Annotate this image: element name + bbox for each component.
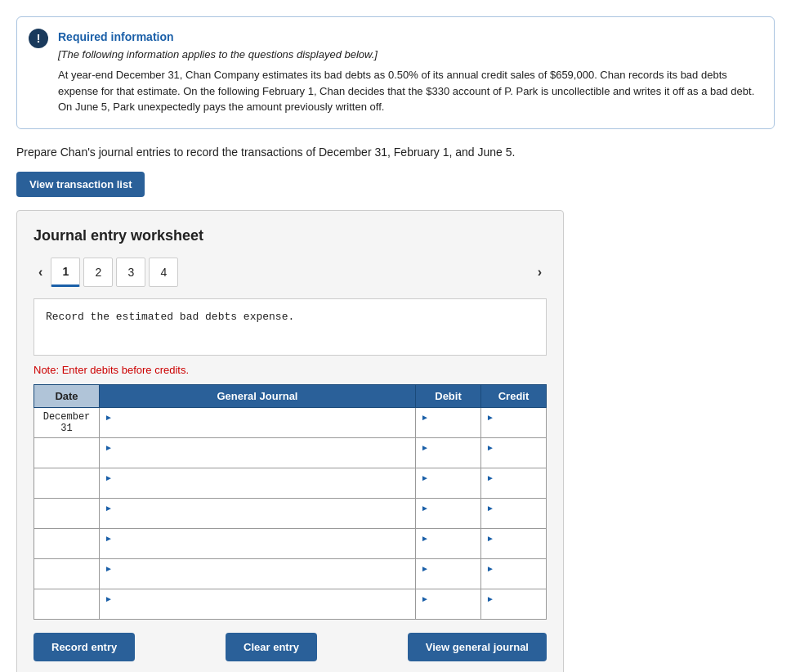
arrow-debit-3: ► [421, 504, 429, 513]
date-cell-1 [34, 437, 100, 468]
arrow-credit-4: ► [486, 534, 494, 543]
header-debit: Debit [416, 384, 481, 407]
arrow-gj-1: ► [105, 443, 113, 452]
date-cell-3 [34, 498, 100, 528]
gj-input-5[interactable] [105, 574, 410, 585]
arrow-debit-4: ► [421, 534, 429, 543]
tab-3[interactable]: 3 [116, 258, 145, 287]
table-row: ► ► ► [34, 468, 547, 498]
arrow-credit-1: ► [486, 443, 494, 452]
record-entry-button[interactable]: Record entry [34, 633, 135, 661]
table-row: ► ► ► [34, 558, 547, 589]
journal-table: Date General Journal Debit Credit Decemb… [34, 384, 547, 620]
alert-subtitle: [The following information applies to th… [58, 48, 761, 60]
gj-cell-3: ► [100, 498, 416, 528]
arrow-gj-3: ► [105, 504, 113, 513]
debit-cell-0: ► [416, 407, 481, 437]
credit-input-4[interactable] [486, 544, 541, 555]
buttons-row: Record entry Clear entry View general jo… [34, 633, 547, 661]
arrow-gj-4: ► [105, 534, 113, 543]
tab-prev-button[interactable]: ‹ [34, 262, 47, 283]
tab-4[interactable]: 4 [149, 258, 178, 287]
arrow-credit-5: ► [486, 564, 494, 573]
gj-cell-4: ► [100, 528, 416, 558]
gj-cell-5: ► [100, 558, 416, 589]
gj-cell-1: ► [100, 437, 416, 468]
debit-cell-1: ► [416, 437, 481, 468]
debit-cell-2: ► [416, 468, 481, 498]
debit-input-1[interactable] [421, 453, 476, 464]
credit-input-2[interactable] [486, 483, 541, 495]
credit-cell-4: ► [481, 528, 547, 558]
credit-cell-2: ► [481, 468, 547, 498]
gj-cell-6: ► [100, 589, 416, 619]
journal-worksheet: Journal entry worksheet ‹ 1 2 3 4 › Reco… [16, 210, 564, 673]
arrow-credit-6: ► [486, 594, 494, 603]
gj-input-2[interactable] [105, 483, 410, 495]
clear-entry-button[interactable]: Clear entry [226, 633, 317, 661]
alert-title: Required information [58, 30, 761, 43]
gj-input-0[interactable] [105, 423, 410, 434]
arrow-debit-6: ► [421, 594, 429, 603]
date-cell-5 [34, 558, 100, 589]
date-cell-4 [34, 528, 100, 558]
arrow-debit-0: ► [421, 413, 429, 422]
debit-cell-3: ► [416, 498, 481, 528]
gj-input-1[interactable] [105, 453, 410, 464]
arrow-gj-6: ► [105, 594, 113, 603]
header-general-journal: General Journal [100, 384, 416, 407]
debit-input-4[interactable] [421, 544, 476, 555]
alert-body: At year-end December 31, Chan Company es… [58, 67, 761, 115]
date-cell-6 [34, 589, 100, 619]
arrow-gj-5: ► [105, 564, 113, 573]
alert-icon: ! [29, 29, 48, 48]
debit-input-5[interactable] [421, 574, 476, 585]
credit-cell-0: ► [481, 407, 547, 437]
tab-1[interactable]: 1 [51, 258, 80, 287]
arrow-debit-1: ► [421, 443, 429, 452]
debit-input-0[interactable] [421, 423, 476, 434]
table-row: December31 ► ► ► [34, 407, 547, 437]
debit-cell-5: ► [416, 558, 481, 589]
credit-cell-6: ► [481, 589, 547, 619]
view-general-journal-button[interactable]: View general journal [408, 633, 547, 661]
table-row: ► ► ► [34, 589, 547, 619]
gj-input-6[interactable] [105, 604, 410, 616]
arrow-credit-3: ► [486, 504, 494, 513]
credit-cell-3: ► [481, 498, 547, 528]
debit-input-3[interactable] [421, 513, 476, 525]
arrow-gj-0: ► [105, 413, 113, 422]
gj-input-4[interactable] [105, 544, 410, 555]
arrow-credit-2: ► [486, 473, 494, 482]
arrow-credit-0: ► [486, 413, 494, 422]
debit-input-2[interactable] [421, 483, 476, 495]
header-date: Date [34, 384, 100, 407]
credit-input-0[interactable] [486, 423, 541, 434]
instruction-text: Prepare Chan's journal entries to record… [16, 146, 775, 159]
card-text: Record the estimated bad debts expense. [46, 311, 294, 323]
tab-next-button[interactable]: › [533, 262, 547, 283]
table-row: ► ► ► [34, 498, 547, 528]
debit-input-6[interactable] [421, 604, 476, 616]
header-credit: Credit [481, 384, 547, 407]
tab-2[interactable]: 2 [83, 258, 113, 287]
note-text: Note: Enter debits before credits. [34, 364, 547, 376]
date-cell-0: December31 [34, 407, 100, 437]
debit-cell-4: ► [416, 528, 481, 558]
credit-cell-5: ► [481, 558, 547, 589]
credit-input-5[interactable] [486, 574, 541, 585]
date-cell-2 [34, 468, 100, 498]
arrow-gj-2: ► [105, 473, 113, 482]
gj-cell-0: ► [100, 407, 416, 437]
credit-cell-1: ► [481, 437, 547, 468]
worksheet-title: Journal entry worksheet [34, 227, 547, 244]
gj-input-3[interactable] [105, 513, 410, 525]
tabs-container: ‹ 1 2 3 4 › [34, 258, 547, 287]
credit-input-6[interactable] [486, 604, 541, 616]
credit-input-1[interactable] [486, 453, 541, 464]
credit-input-3[interactable] [486, 513, 541, 525]
view-transaction-button[interactable]: View transaction list [16, 172, 145, 197]
gj-cell-2: ► [100, 468, 416, 498]
debit-cell-6: ► [416, 589, 481, 619]
table-row: ► ► ► [34, 528, 547, 558]
